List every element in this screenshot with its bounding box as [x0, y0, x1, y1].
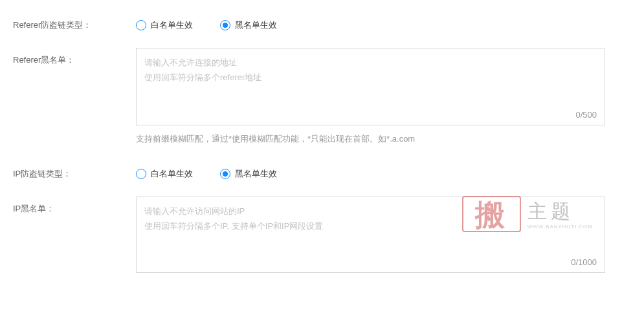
referer-type-content: 白名单生效 黑名单生效: [136, 19, 605, 31]
radio-circle-icon: [220, 20, 230, 30]
ip-blacklist-row: IP黑名单： 请输入不允许访问网站的IP 使用回车符分隔多个IP, 支持单个IP…: [13, 197, 631, 273]
referer-blacklist-textarea-wrapper: 请输入不允许连接的地址 使用回车符分隔多个referer地址 0/500: [136, 48, 605, 125]
referer-type-radio-group: 白名单生效 黑名单生效: [136, 19, 605, 31]
ip-char-counter: 0/1000: [571, 257, 597, 267]
radio-circle-icon: [220, 169, 230, 179]
radio-circle-icon: [136, 169, 146, 179]
ip-whitelist-radio[interactable]: 白名单生效: [136, 168, 193, 180]
radio-circle-icon: [136, 20, 146, 30]
referer-help-text: 支持前缀模糊匹配，通过*使用模糊匹配功能，*只能出现在首部。如*.a.com: [136, 133, 605, 145]
ip-type-content: 白名单生效 黑名单生效: [136, 168, 605, 180]
ip-blacklist-radio[interactable]: 黑名单生效: [220, 168, 277, 180]
ip-type-label: IP防盗链类型：: [13, 168, 136, 180]
ip-blacklist-label: IP黑名单：: [13, 197, 136, 215]
ip-blacklist-textarea-wrapper: 请输入不允许访问网站的IP 使用回车符分隔多个IP, 支持单个IP和IP网段设置…: [136, 197, 605, 273]
radio-dot-icon: [223, 23, 228, 28]
referer-blacklist-label: Referer黑名单：: [13, 48, 136, 66]
ip-whitelist-label: 白名单生效: [151, 168, 193, 180]
ip-blacklist-label: 黑名单生效: [235, 168, 277, 180]
referer-blacklist-label: 黑名单生效: [235, 19, 277, 31]
ip-type-radio-group: 白名单生效 黑名单生效: [136, 168, 605, 180]
ip-type-row: IP防盗链类型： 白名单生效 黑名单生效: [13, 168, 631, 180]
radio-dot-icon: [223, 171, 228, 177]
referer-whitelist-radio[interactable]: 白名单生效: [136, 19, 193, 31]
referer-type-label: Referer防盗链类型：: [13, 19, 136, 31]
referer-type-row: Referer防盗链类型： 白名单生效 黑名单生效: [13, 19, 631, 31]
ip-blacklist-content: 请输入不允许访问网站的IP 使用回车符分隔多个IP, 支持单个IP和IP网段设置…: [136, 197, 605, 273]
referer-char-counter: 0/500: [575, 110, 597, 120]
referer-blacklist-content: 请输入不允许连接的地址 使用回车符分隔多个referer地址 0/500 支持前…: [136, 48, 605, 145]
referer-blacklist-radio[interactable]: 黑名单生效: [220, 19, 277, 31]
ip-blacklist-input[interactable]: [137, 197, 605, 272]
referer-whitelist-label: 白名单生效: [151, 19, 193, 31]
referer-blacklist-input[interactable]: [137, 48, 605, 125]
referer-blacklist-row: Referer黑名单： 请输入不允许连接的地址 使用回车符分隔多个referer…: [13, 48, 631, 145]
